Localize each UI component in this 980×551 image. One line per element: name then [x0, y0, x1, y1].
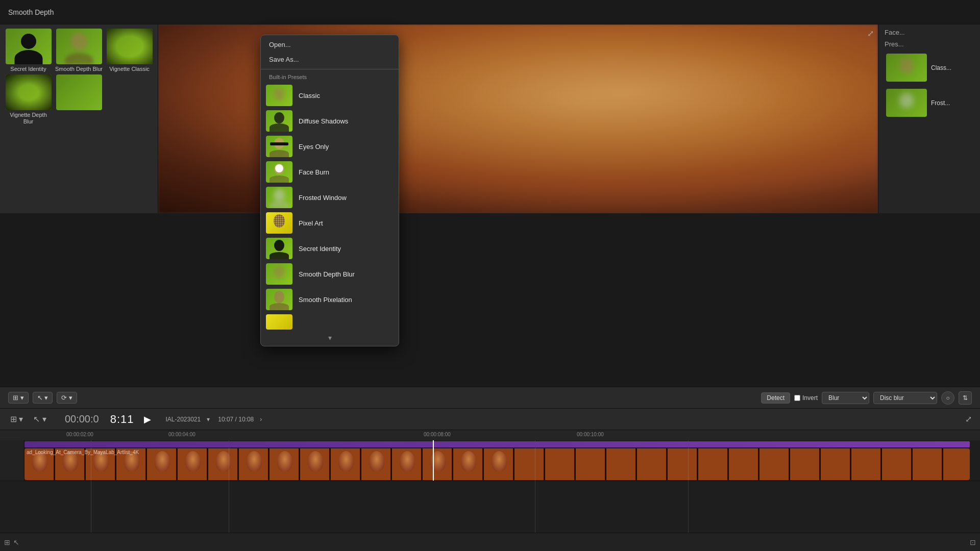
invert-label: Invert — [802, 394, 818, 402]
right-preset-classic-name: Class... — [931, 64, 951, 71]
invert-checkbox[interactable] — [794, 395, 800, 401]
position-arrow[interactable]: › — [260, 416, 262, 423]
preset-thumb-smooth-pixelation — [266, 289, 292, 310]
dropdown-divider — [261, 69, 399, 69]
preset-label-smooth-depth-blur: Smooth Depth Blur — [299, 270, 355, 278]
circle-btn[interactable]: ○ — [941, 391, 954, 405]
preset-label-diffuse-shadows: Diffuse Shadows — [299, 117, 348, 125]
effect-clip-bar[interactable] — [24, 441, 970, 447]
arrow-tool-btn2[interactable]: ↖ ▾ — [31, 413, 48, 425]
ruler-mark-4: 00:00:04:00 — [168, 432, 195, 437]
preset-item-smooth-depth-blur-dd[interactable]: Smooth Depth Blur — [261, 261, 399, 287]
preset-item-secret-identity[interactable]: Secret Identity — [261, 236, 399, 261]
detect-button[interactable]: Detect — [761, 392, 790, 404]
preset-label-frosted-window: Frosted Window — [299, 194, 347, 202]
app-title: Smooth Depth — [8, 8, 54, 16]
right-preset-classic-thumb — [886, 54, 927, 82]
effect-select[interactable]: Blur Pixelate — [822, 392, 869, 404]
ruler-mark-2: 00:00:02:00 — [66, 432, 93, 437]
sidebar-label-smooth-depth-blur: Smooth Depth Blur — [55, 66, 103, 72]
play-button[interactable]: ▶ — [144, 414, 151, 425]
transform-tool-button[interactable]: ⟳ ▾ — [57, 392, 77, 404]
crop-tool-button[interactable]: ⊞ ▾ — [8, 392, 29, 404]
sidebar-label-secret-identity: Secret Identity — [10, 66, 46, 72]
preset-item-frosted-window[interactable]: Frosted Window — [261, 185, 399, 210]
timeline-ruler: 00:00:02:00 00:00:04:00 00:00:08:00 00:0… — [0, 430, 980, 440]
clip-name-display: IAL-2023021 — [165, 416, 201, 423]
right-panel-pres-title: Pres... — [885, 40, 974, 48]
time-marker-2 — [91, 440, 91, 533]
ruler-mark-8: 00:00:08:00 — [424, 432, 451, 437]
app-container: Smooth Depth Secret Identity — [0, 0, 980, 551]
preset-thumb-last — [266, 314, 292, 330]
sidebar-item-smooth-depth-blur[interactable]: Smooth Depth Blur — [55, 29, 103, 72]
timeline-bottom-bar: ⊞ ↖ ⊡ — [0, 533, 980, 551]
built-in-section-header: Built-in Presets — [261, 71, 399, 83]
clip-label: ad_Looking_At_Camera_By_MayaLab_Artlist_… — [27, 449, 139, 455]
sidebar-grid: Secret Identity Smooth Depth Blur — [4, 29, 154, 126]
open-menu-item[interactable]: Open... — [261, 37, 399, 52]
preset-thumb-frosted-window — [266, 187, 292, 208]
timeline-tool-btn[interactable]: ⊞ ▾ — [8, 413, 25, 425]
preset-item-face-burn[interactable]: Face Burn — [261, 159, 399, 185]
playhead — [433, 440, 434, 481]
ruler-mark-10: 00:00:10:00 — [577, 432, 604, 437]
track-header-video — [0, 440, 24, 481]
sidebar-item-vignette-depth-blur[interactable]: Vignette Depth Blur — [4, 74, 53, 125]
top-bar: Smooth Depth — [0, 0, 980, 24]
fullscreen-btn[interactable]: ⤢ — [965, 414, 972, 424]
arrow-tool-button[interactable]: ↖ ▾ — [33, 392, 53, 404]
preset-item-last[interactable] — [261, 312, 399, 332]
timeline-area: ⊞ ▾ ↖ ▾ 00:00:0 8:11 ▶ IAL-2023021 ▾ 10:… — [0, 408, 980, 551]
timeline-right-btn[interactable]: ⊡ — [970, 538, 976, 546]
preset-thumb-diffuse-shadows — [266, 110, 292, 132]
invert-checkbox-label: Invert — [794, 394, 818, 402]
time-marker-8 — [535, 440, 535, 533]
preset-label-eyes-only: Eyes Only — [299, 143, 329, 151]
track-container: ad_Looking_At_Camera_By_MayaLab_Artlist_… — [0, 440, 980, 533]
preset-item-smooth-pixelation[interactable]: Smooth Pixelation — [261, 287, 399, 312]
right-panel: Face... Pres... Class... Frost... — [878, 24, 980, 213]
preset-label-smooth-pixelation: Smooth Pixelation — [299, 296, 352, 304]
sidebar-label-vignette-classic: Vignette Classic — [109, 66, 150, 72]
adjust-btn[interactable]: ⇅ — [959, 391, 972, 405]
timeline-arrow-btn[interactable]: ↖ — [13, 538, 19, 546]
position-display: 10:07 / 10:08 — [218, 416, 254, 423]
timeline-controls: ⊞ ▾ ↖ ▾ 00:00:0 8:11 ▶ IAL-2023021 ▾ 10:… — [0, 409, 980, 430]
preset-dropdown-menu: Open... Save As... Built-in Presets Clas… — [260, 35, 399, 346]
dropdown-arrow[interactable]: ▾ — [207, 416, 210, 423]
preset-label-pixel-art: Pixel Art — [299, 219, 323, 227]
controls-bar: ⊞ ▾ ↖ ▾ ⟳ ▾ Detect Invert Blur Pixelate … — [0, 387, 980, 408]
preset-thumb-smooth-depth-blur-dd — [266, 263, 292, 285]
preset-thumb-eyes-only — [266, 136, 292, 157]
timecode-prefix: 00:00:0 — [65, 413, 99, 425]
preset-thumb-classic — [266, 85, 292, 106]
right-preset-frosted-thumb — [886, 89, 927, 117]
sidebar-item-secret-identity[interactable]: Secret Identity — [4, 29, 53, 72]
right-preset-frosted[interactable]: Frost... — [885, 87, 974, 118]
sidebar-label-vignette-depth-blur: Vignette Depth Blur — [4, 112, 53, 125]
preset-thumb-face-burn — [266, 161, 292, 183]
video-clip[interactable]: ad_Looking_At_Camera_By_MayaLab_Artlist_… — [24, 448, 970, 480]
scroll-down-indicator[interactable]: ▾ — [261, 332, 399, 344]
time-marker-10 — [688, 440, 689, 533]
preset-thumb-secret-identity-dd — [266, 238, 292, 259]
timecode-display: 8:11 — [110, 413, 134, 426]
preset-label-secret-identity: Secret Identity — [299, 245, 341, 253]
sidebar-item-partial[interactable] — [55, 74, 103, 125]
right-panel-face-title: Face... — [885, 29, 974, 36]
save-as-menu-item[interactable]: Save As... — [261, 52, 399, 67]
expand-button[interactable]: ⤢ — [867, 29, 874, 38]
blur-type-select[interactable]: Disc blur Gaussian blur — [873, 392, 937, 404]
right-preset-classic[interactable]: Class... — [885, 52, 974, 83]
right-preset-frosted-name: Frost... — [931, 99, 950, 107]
timeline-add-btn[interactable]: ⊞ — [4, 538, 10, 546]
sidebar: Secret Identity Smooth Depth Blur — [0, 24, 158, 213]
preset-label-classic: Classic — [299, 92, 320, 99]
preset-item-classic[interactable]: Classic — [261, 83, 399, 108]
preset-item-pixel-art[interactable]: Pixel Art — [261, 210, 399, 236]
sidebar-item-vignette-classic[interactable]: Vignette Classic — [105, 29, 154, 72]
time-marker-4 — [229, 440, 229, 533]
preset-item-eyes-only[interactable]: Eyes Only — [261, 134, 399, 159]
preset-item-diffuse-shadows[interactable]: Diffuse Shadows — [261, 108, 399, 134]
